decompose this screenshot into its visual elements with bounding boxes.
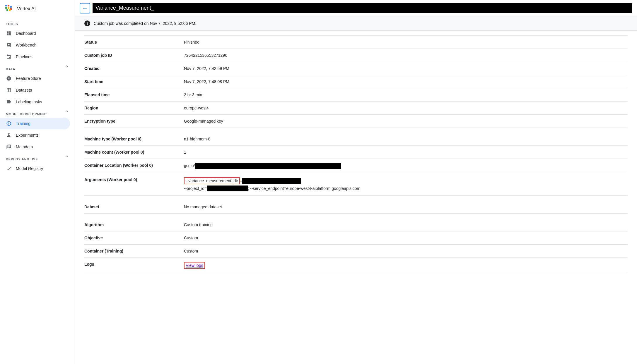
- sidebar-item-label-datasets: Datasets: [16, 88, 32, 92]
- detail-row-logs: Logs View logs: [84, 258, 628, 273]
- experiments-icon: [6, 132, 12, 138]
- value-container-training: Custom: [184, 249, 628, 253]
- detail-row-encryption: Encryption type Google-managed key: [84, 115, 628, 128]
- value-encryption: Google-managed key: [184, 119, 628, 123]
- back-button[interactable]: ←: [80, 3, 90, 13]
- detail-row-machine-count: Machine count (Worker pool 0) 1: [84, 146, 628, 159]
- sidebar: Vertex AI TOOLS Dashboard Workbench Pipe…: [0, 0, 75, 364]
- data-section-chevron[interactable]: ⌃: [63, 63, 70, 72]
- dashboard-icon: [6, 30, 12, 36]
- info-banner-text: Custom job was completed on Nov 7, 2022,…: [94, 21, 196, 26]
- svg-rect-6: [6, 9, 8, 11]
- sidebar-item-label-workbench: Workbench: [16, 43, 37, 47]
- sidebar-item-model-registry[interactable]: Model Registry: [0, 163, 70, 174]
- value-container-location: gcr.io/: [184, 163, 628, 169]
- label-start-time: Start time: [84, 79, 184, 84]
- label-arguments: Arguments (Worker pool 0): [84, 177, 184, 182]
- model-dev-section-chevron[interactable]: ⌃: [63, 108, 70, 117]
- deploy-section-chevron[interactable]: ⌃: [63, 153, 70, 162]
- spacer-3: [84, 214, 628, 218]
- section-label-deploy: DEPLOY AND USE: [0, 153, 43, 163]
- section-label-model-dev: MODEL DEVELOPMENT: [0, 108, 52, 118]
- sidebar-item-label-experiments: Experiments: [16, 133, 39, 138]
- info-icon: i: [84, 20, 90, 26]
- sidebar-item-training[interactable]: Training: [0, 118, 70, 129]
- detail-row-objective: Objective Custom: [84, 231, 628, 245]
- arg2-text: --project_id=: [184, 186, 207, 191]
- sidebar-item-datasets[interactable]: Datasets: [0, 84, 70, 96]
- sidebar-item-label-dashboard: Dashboard: [16, 31, 36, 36]
- training-icon: [6, 121, 12, 126]
- svg-rect-3: [8, 7, 9, 9]
- sidebar-item-label-training: Training: [16, 121, 30, 126]
- sidebar-item-feature-store[interactable]: Feature Store: [0, 73, 70, 84]
- detail-row-created: Created Nov 7, 2022, 7:42:59 PM: [84, 62, 628, 75]
- main-content: ← i Custom job was completed on Nov 7, 2…: [75, 0, 637, 364]
- section-tools: TOOLS Dashboard Workbench Pipelines: [0, 18, 75, 63]
- spacer-1: [84, 128, 628, 133]
- value-machine-count: 1: [184, 150, 628, 154]
- metadata-icon: [6, 144, 12, 150]
- label-created: Created: [84, 66, 184, 71]
- value-region: europe-west4: [184, 106, 628, 110]
- value-logs: View logs: [184, 262, 628, 269]
- top-bar: ←: [75, 0, 637, 16]
- svg-rect-1: [8, 5, 9, 6]
- sidebar-item-metadata[interactable]: Metadata: [0, 141, 70, 153]
- label-container-training: Container (Training): [84, 249, 184, 253]
- detail-row-dataset: Dataset No managed dataset: [84, 200, 628, 214]
- arg2-value-redacted: [207, 186, 248, 191]
- section-label-tools: TOOLS: [0, 18, 75, 28]
- label-region: Region: [84, 106, 184, 110]
- value-machine-type: n1-highmem-8: [184, 137, 628, 141]
- detail-row-region: Region europe-west4: [84, 102, 628, 115]
- detail-row-status: Status Finished: [84, 35, 628, 49]
- arg2-suffix: ; --service_endpoint=europe-west4-aiplat…: [248, 186, 360, 191]
- arg-line-2: --project_id= ; --service_endpoint=europ…: [184, 186, 628, 191]
- value-arguments: --variance_measurement_dir= --project_id…: [184, 177, 628, 191]
- label-container-location: Container Location (Worker pool 0): [84, 163, 184, 168]
- sidebar-logo: Vertex AI: [0, 0, 75, 18]
- value-job-id: 7264221536553271296: [184, 53, 628, 58]
- label-logs: Logs: [84, 262, 184, 267]
- sidebar-item-pipelines[interactable]: Pipelines: [0, 51, 70, 63]
- detail-row-elapsed: Elapsed time 2 hr 3 min: [84, 88, 628, 102]
- label-elapsed: Elapsed time: [84, 92, 184, 97]
- sidebar-item-dashboard[interactable]: Dashboard: [0, 28, 70, 39]
- sidebar-item-label-feature-store: Feature Store: [16, 76, 41, 81]
- workbench-icon: [6, 42, 12, 48]
- sidebar-item-label-pipelines: Pipelines: [16, 54, 33, 59]
- feature-store-icon: [6, 75, 12, 81]
- labeling-icon: [6, 99, 12, 105]
- value-elapsed: 2 hr 3 min: [184, 92, 628, 97]
- value-start-time: Nov 7, 2022, 7:48:08 PM: [184, 79, 628, 84]
- info-banner: i Custom job was completed on Nov 7, 202…: [75, 16, 637, 31]
- vertex-ai-logo-icon: [5, 4, 14, 13]
- datasets-icon: [6, 87, 12, 93]
- sidebar-item-labeling-tasks[interactable]: Labeling tasks: [0, 96, 70, 108]
- svg-rect-2: [5, 7, 7, 9]
- detail-row-algorithm: Algorithm Custom training: [84, 218, 628, 231]
- label-job-id: Custom job ID: [84, 53, 184, 58]
- model-registry-icon: [6, 166, 12, 171]
- detail-row-container-location: Container Location (Worker pool 0) gcr.i…: [84, 159, 628, 173]
- sidebar-item-experiments[interactable]: Experiments: [0, 129, 70, 141]
- sidebar-item-label-model-registry: Model Registry: [16, 166, 43, 171]
- detail-row-container-training: Container (Training) Custom: [84, 245, 628, 258]
- label-objective: Objective: [84, 236, 184, 240]
- logo-text: Vertex AI: [17, 6, 36, 11]
- arg1-value-redacted: [242, 178, 301, 184]
- value-created: Nov 7, 2022, 7:42:59 PM: [184, 66, 628, 71]
- detail-row-arguments: Arguments (Worker pool 0) --variance_mea…: [84, 173, 628, 196]
- args-container: --variance_measurement_dir= --project_id…: [184, 177, 628, 191]
- sidebar-item-workbench[interactable]: Workbench: [0, 39, 70, 51]
- detail-row-machine-type: Machine type (Worker pool 0) n1-highmem-…: [84, 133, 628, 146]
- value-algorithm: Custom training: [184, 222, 628, 227]
- arg-line-1: --variance_measurement_dir=: [184, 177, 628, 184]
- value-objective: Custom: [184, 236, 628, 240]
- page-title-input[interactable]: [93, 3, 632, 13]
- view-logs-link[interactable]: View logs: [184, 262, 205, 269]
- label-machine-type: Machine type (Worker pool 0): [84, 137, 184, 141]
- svg-rect-4: [10, 6, 12, 8]
- arg1-prefix: --variance_measurement_dir: [184, 177, 240, 184]
